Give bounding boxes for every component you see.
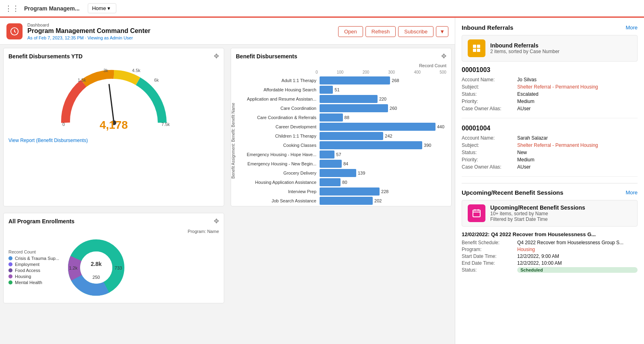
bar-label: Grocery Delivery — [239, 171, 320, 175]
account-name-label-1: Account Name: — [462, 77, 514, 82]
sessions-card-text: Upcoming/Recent Benefit Sessions 10+ ite… — [490, 204, 585, 222]
bar-wrap: 440 — [320, 123, 451, 131]
bar-value: 440 — [437, 124, 444, 129]
enrollments-header: All Program Enrollments ✥ — [4, 213, 224, 227]
benefit-sessions-more[interactable]: More — [625, 190, 638, 196]
gauge-widget: Benefit Disbursements YTD ✥ — [3, 48, 224, 206]
bar — [320, 197, 373, 205]
home-button[interactable]: Home ▾ — [88, 3, 117, 13]
inbound-referrals-header: Inbound Referrals More — [462, 24, 638, 31]
donut-legend-items: Crisis & Trauma Sup... Employment Food A… — [8, 256, 59, 285]
record-count-donut-label: Record Count — [8, 249, 59, 254]
svg-text:1.2k: 1.2k — [69, 266, 78, 270]
referral-card-text: Inbound Referrals 2 items, sorted by Cas… — [490, 42, 559, 54]
bar-chart-title: Benefit Disbursements — [236, 53, 297, 60]
svg-text:0: 0 — [62, 122, 65, 127]
status-value-2: New — [517, 150, 638, 155]
bar-value: 268 — [392, 78, 399, 83]
actions-dropdown-button[interactable]: ▼ — [436, 26, 448, 37]
program-link[interactable]: Housing — [517, 247, 638, 252]
sessions-card-icon — [468, 204, 485, 222]
bar-chart-row: Cooking Classes 390 — [239, 141, 451, 149]
bar — [320, 178, 341, 186]
gauge-expand-icon[interactable]: ✥ — [214, 52, 219, 60]
bar-chart-expand-icon[interactable]: ✥ — [441, 52, 446, 60]
bar-chart-row: Affordable Housing Search 51 — [239, 86, 451, 94]
bar — [320, 132, 383, 140]
bar — [320, 160, 342, 168]
inbound-referrals-more[interactable]: More — [625, 25, 638, 31]
bar-wrap: 84 — [320, 160, 451, 168]
bar-chart-row: Care Coordination 260 — [239, 104, 451, 112]
x-axis-ticks: 0100200300400500 — [231, 70, 451, 74]
donut-svg: 2.8k 1.2k 733 250 — [64, 235, 128, 300]
priority-value-1: Medium — [517, 99, 638, 104]
gauge-report-link[interactable]: View Report (Benefit Disbursements) — [8, 138, 88, 143]
session-status-badge: Scheduled — [517, 267, 638, 273]
bar-chart-row: Interview Prep 228 — [239, 187, 451, 196]
bar-wrap: 139 — [320, 169, 451, 177]
priority-value-2: Medium — [517, 157, 638, 163]
bar-label: Emergency Housing - Hope Have... — [239, 152, 320, 157]
bar-chart-row: Care Coordination & Referrals 88 — [239, 113, 451, 122]
benefit-sessions-title: Upcoming/Recent Benefit Sessions — [462, 189, 564, 196]
bar-label: Job Search Assistance — [239, 198, 320, 203]
case-number-2: 00001004 — [462, 125, 638, 132]
legend-label: Crisis & Trauma Sup... — [15, 256, 59, 261]
grid-icon[interactable]: ⋮⋮ — [5, 4, 19, 13]
bar — [320, 150, 334, 159]
bar-wrap: 390 — [320, 141, 451, 149]
sessions-card-sub2: Filtered by Start Date Time — [490, 216, 585, 222]
bar-chart-row: Career Development 440 — [239, 123, 451, 131]
right-panel: Inbound Referrals More Inbound Referrals… — [455, 18, 644, 344]
bar-wrap: 57 — [320, 150, 451, 159]
gauge-widget-header: Benefit Disbursements YTD ✥ — [4, 48, 224, 62]
bar-wrap: 242 — [320, 132, 451, 140]
svg-text:3k: 3k — [103, 68, 108, 73]
donut-container: Record Count Crisis & Trauma Sup... Empl… — [4, 235, 224, 303]
widgets-grid: Benefit Disbursements YTD ✥ — [0, 45, 455, 307]
open-button[interactable]: Open — [338, 26, 363, 37]
bar-chart-widget: Benefit Disbursements ✥ Record Count 010… — [231, 48, 452, 206]
status-label-2: Status: — [462, 150, 514, 155]
svg-text:250: 250 — [93, 275, 100, 280]
case-00001003: 00001003 Account Name: Jo Silvas Subject… — [462, 66, 638, 118]
subject-link-1[interactable]: Shelter Referral - Permanent Housing — [517, 84, 638, 90]
dash-title: Program Management Command Center — [27, 27, 151, 35]
bar-label: Interview Prep — [239, 189, 320, 194]
owner-value-2: AUser — [517, 164, 638, 170]
bar-value: 228 — [381, 189, 388, 194]
enrollments-widget: All Program Enrollments ✥ Program: Name … — [3, 213, 224, 303]
bar-value: 88 — [345, 115, 349, 120]
bar-wrap: 260 — [320, 104, 451, 112]
bar-wrap: 51 — [320, 86, 451, 94]
bar-chart-outer: Benefit Assignment: Benefit: Benefit Nam… — [231, 75, 451, 206]
bar-label: Emergency Housing - New Begin... — [239, 161, 320, 166]
bar-label: Care Coordination & Referrals — [239, 115, 320, 120]
legend-label: Mental Health — [15, 280, 42, 285]
refresh-button[interactable]: Refresh — [365, 26, 396, 37]
enrollments-expand-icon[interactable]: ✥ — [214, 217, 219, 225]
bar-wrap: 80 — [320, 178, 451, 186]
bar-wrap: 220 — [320, 95, 451, 103]
benefit-sessions-card: Upcoming/Recent Benefit Sessions 10+ ite… — [462, 200, 638, 227]
bar — [320, 169, 356, 177]
status-value-1: Escalated — [517, 91, 638, 97]
dash-title-block: Dashboard Program Management Command Cen… — [27, 23, 151, 40]
bar — [320, 104, 388, 112]
case-00001004: 00001004 Account Name: Sarah Salazar Sub… — [462, 125, 638, 177]
bar-label: Affordable Housing Search — [239, 87, 320, 92]
bar-chart-row: Job Search Assistance 202 — [239, 197, 451, 205]
bar-label: Adult 1:1 Therapy — [239, 78, 320, 83]
subject-link-2[interactable]: Shelter Referral - Permanent Housing — [517, 142, 638, 148]
bar — [320, 76, 390, 84]
svg-rect-20 — [477, 49, 480, 52]
bar-chart-row: Housing Application Assistance 80 — [239, 178, 451, 186]
svg-rect-21 — [473, 210, 480, 217]
bar-chart-row: Emergency Housing - Hope Have... 57 — [239, 150, 451, 159]
account-name-2: Sarah Salazar — [517, 135, 638, 141]
record-count-label: Record Count — [419, 63, 446, 68]
owner-value-1: AUser — [517, 106, 638, 111]
subscribe-button[interactable]: Subscribe — [398, 26, 433, 37]
gauge-value: 4,178 — [8, 119, 219, 132]
